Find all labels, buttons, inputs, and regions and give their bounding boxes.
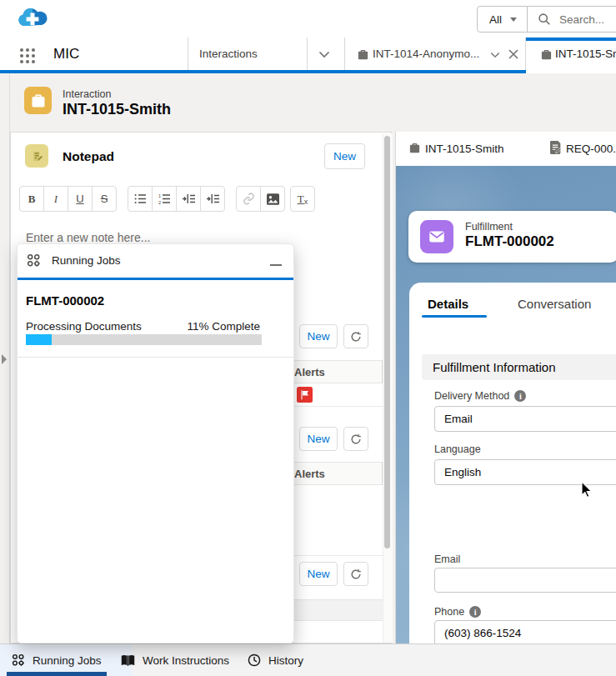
rte-insert-group xyxy=(236,186,285,212)
scrollbar-thumb[interactable] xyxy=(384,136,390,548)
search-scope-selector[interactable]: All xyxy=(478,13,510,26)
notepad-title: Notepad xyxy=(63,149,114,164)
utility-label: Work Instructions xyxy=(143,654,229,667)
active-utility-indicator xyxy=(7,672,107,676)
search-input[interactable]: Search... xyxy=(559,13,604,26)
bullet-list-button[interactable] xyxy=(128,186,153,212)
delivery-method-input[interactable] xyxy=(434,406,616,432)
tab-details[interactable]: Details xyxy=(428,297,468,311)
link-icon[interactable] xyxy=(236,186,261,212)
tab-divider xyxy=(307,38,308,70)
field-label-email: Email xyxy=(434,553,460,565)
active-tab-underline xyxy=(422,315,487,318)
fulfillment-header-card: Fulfillment FLMT-000002 xyxy=(408,211,616,263)
minimize-icon[interactable] xyxy=(270,264,282,266)
numbered-list-button[interactable]: 12 xyxy=(152,186,177,212)
rte-list-group: 12 xyxy=(128,186,225,212)
global-search[interactable]: All Search... xyxy=(477,6,616,33)
refresh-icon[interactable] xyxy=(343,324,368,348)
record-entity-label: Interaction xyxy=(63,88,111,100)
salesforce-console-window: All Search... MIC Interactions xyxy=(0,0,616,676)
progress-bar-fill xyxy=(26,334,52,345)
divider xyxy=(18,357,293,358)
tab-divider xyxy=(344,38,345,70)
related-list-new-button[interactable]: New xyxy=(299,324,338,348)
utility-work-instructions[interactable]: Work Instructions xyxy=(109,644,241,676)
refresh-icon[interactable] xyxy=(343,562,368,586)
tab-conversation[interactable]: Conversation xyxy=(518,297,591,311)
nav-tab-int1015-active[interactable]: INT-1015-Smith xyxy=(555,48,616,60)
indent-button[interactable] xyxy=(176,186,201,212)
info-icon[interactable]: i xyxy=(469,606,481,618)
subtab-interaction[interactable]: INT-1015-Smith xyxy=(425,143,504,155)
interaction-record-icon xyxy=(24,87,52,114)
tab-divider xyxy=(525,38,526,70)
phone-input[interactable] xyxy=(434,620,616,646)
nav-tab-interactions[interactable]: Interactions xyxy=(199,48,258,60)
briefcase-icon xyxy=(540,48,553,61)
nav-tab-int1014[interactable]: INT-1014-Anonymo... xyxy=(373,48,488,60)
alerts-column-title: Alerts xyxy=(294,468,325,480)
refresh-icon[interactable] xyxy=(343,427,368,451)
briefcase-icon xyxy=(357,48,369,61)
mouse-cursor xyxy=(581,481,594,498)
svg-text:2: 2 xyxy=(158,200,161,204)
job-step-label: Processing Documents xyxy=(26,320,142,333)
progress-bar xyxy=(26,334,262,345)
note-editor-placeholder[interactable]: Enter a new note here... xyxy=(26,231,150,244)
nav-dropdown-chevron-icon[interactable] xyxy=(318,51,330,58)
related-list-new-button[interactable]: New xyxy=(299,427,338,451)
notepad-new-button[interactable]: New xyxy=(324,143,365,169)
insert-image-button[interactable] xyxy=(260,186,285,212)
field-label-language: Language xyxy=(434,443,481,455)
salesforce-cloud-logo xyxy=(17,4,48,34)
running-jobs-title: Running Jobs xyxy=(52,254,121,267)
remove-formatting-button[interactable]: Tx xyxy=(290,186,315,212)
alerts-column-title: Alerts xyxy=(294,366,325,378)
record-home-texture: Fulfillment FLMT-000002 Details Conversa… xyxy=(396,166,616,643)
job-id: FLMT-000002 xyxy=(26,293,104,308)
global-header: All Search... xyxy=(0,0,616,38)
book-icon xyxy=(121,654,135,667)
request-doc-icon xyxy=(549,141,562,154)
app-launcher-waffle-icon[interactable] xyxy=(19,48,36,64)
field-label-phone: Phonei xyxy=(434,606,481,618)
app-name: MIC xyxy=(53,46,79,63)
tab-close-icon[interactable] xyxy=(508,49,518,59)
svg-text:1: 1 xyxy=(158,193,161,198)
subtab-bar: INT-1015-Smith REQ-000... xyxy=(396,132,616,167)
field-label-delivery-method: Delivery Methodi xyxy=(434,390,526,402)
fulfillment-entity-label: Fulfillment xyxy=(465,221,513,233)
strikethrough-button[interactable]: S xyxy=(92,186,117,212)
rte-format-group: B I U S xyxy=(19,186,117,212)
briefcase-icon xyxy=(408,142,421,154)
panel-expand-arrow-icon[interactable] xyxy=(2,354,7,364)
email-input[interactable] xyxy=(434,568,616,593)
active-tab-accent xyxy=(526,38,616,41)
underline-button[interactable]: U xyxy=(68,186,93,212)
utility-label: Running Jobs xyxy=(33,654,102,667)
fulfillment-detail-card: Details Conversation Fulfillment Informa… xyxy=(409,283,616,676)
related-list-new-button[interactable]: New xyxy=(299,562,338,586)
search-scope-caret-icon[interactable] xyxy=(510,18,517,22)
outdent-button[interactable] xyxy=(200,186,225,212)
notepad-icon xyxy=(25,144,48,168)
utility-bar: Running Jobs Work Instructions History xyxy=(0,643,616,676)
running-jobs-header: Running Jobs xyxy=(18,244,293,280)
fulfillment-title: FLMT-000002 xyxy=(465,233,554,250)
tab-chevron-down-icon[interactable] xyxy=(490,52,500,58)
history-clock-icon xyxy=(248,653,261,667)
utility-history[interactable]: History xyxy=(236,644,315,676)
section-header[interactable]: Fulfillment Information xyxy=(422,354,616,380)
running-jobs-icon xyxy=(27,253,41,268)
job-progress-text: 11% Complete xyxy=(187,320,260,333)
utility-label: History xyxy=(268,654,303,667)
subtab-request[interactable]: REQ-000... xyxy=(566,143,616,155)
info-icon[interactable]: i xyxy=(514,390,526,402)
fulfillment-panel: INT-1015-Smith REQ-000... Fulfillment xyxy=(395,132,616,643)
bold-button[interactable]: B xyxy=(19,186,44,212)
italic-button[interactable]: I xyxy=(43,186,68,212)
search-divider xyxy=(527,7,528,32)
record-title: INT-1015-Smith xyxy=(63,101,171,118)
section-title: Fulfillment Information xyxy=(433,360,556,374)
